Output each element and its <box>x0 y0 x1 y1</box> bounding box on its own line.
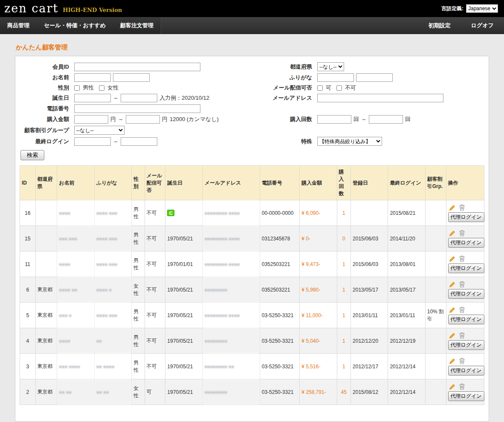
mail-ng-checkbox[interactable] <box>336 85 342 91</box>
amount-from-input[interactable] <box>74 115 108 124</box>
delete-trash-icon[interactable] <box>459 255 465 262</box>
delete-trash-icon[interactable] <box>459 230 465 237</box>
column-header: メール配信可否 <box>145 166 165 200</box>
furigana-last-input[interactable] <box>317 73 354 82</box>
language-select[interactable]: Japanese <box>466 4 498 13</box>
special-filter-select[interactable]: 【特殊商品絞り込み】 <box>317 137 382 146</box>
column-header: 最終ログイン <box>388 166 425 200</box>
id-cell: 5 <box>20 303 36 328</box>
birthday-cell: C <box>165 200 203 226</box>
phone-cell: 03-5250-3321 <box>260 328 299 354</box>
email-cell: ■■■■■■■■ <box>203 328 260 354</box>
amount-cell: ¥ 0- <box>300 226 337 251</box>
gender-cell: 女性 <box>132 277 145 303</box>
name-last-input[interactable] <box>74 73 111 82</box>
proxy-login-button[interactable]: 代理ログイン <box>448 263 484 273</box>
proxy-login-button[interactable]: 代理ログイン <box>448 315 484 324</box>
edit-pencil-icon[interactable] <box>449 230 456 237</box>
edit-pencil-icon[interactable] <box>449 255 456 262</box>
proxy-login-button[interactable]: 代理ログイン <box>448 366 484 376</box>
discount-grp-cell <box>425 328 446 354</box>
furigana-first-input[interactable] <box>356 73 393 82</box>
birthday-from-input[interactable] <box>74 94 111 102</box>
delete-trash-icon[interactable] <box>459 281 465 288</box>
calendar-badge-icon[interactable]: C <box>167 210 174 216</box>
amount-to-input[interactable] <box>126 115 160 124</box>
id-cell: 2 <box>20 379 36 405</box>
last-login-to-input[interactable] <box>121 137 157 146</box>
search-button[interactable]: 検索 <box>20 150 44 160</box>
discount-grp-cell <box>425 200 446 226</box>
delete-trash-icon[interactable] <box>459 332 465 339</box>
gender-cell: 女性 <box>132 379 145 405</box>
discount-grp-cell <box>425 251 446 277</box>
mail-ok-label: 可 <box>326 84 331 92</box>
content-area: かんたん顧客管理 会員ID 都道府県 --なし-- お名前 ふりがな <box>0 34 504 422</box>
gender-cell: 男性 <box>132 251 145 277</box>
count-from-input[interactable] <box>317 115 351 124</box>
proxy-login-button[interactable]: 代理ログイン <box>448 340 484 350</box>
furigana-cell: ■■■■ ■■■ <box>94 251 131 277</box>
proxy-login-button[interactable]: 代理ログイン <box>448 238 484 248</box>
mail-ok-checkbox[interactable] <box>317 85 323 91</box>
phone-input[interactable] <box>74 104 200 113</box>
nav-item-customer-orders[interactable]: 顧客注文管理 <box>113 17 161 34</box>
discount-grp-cell <box>425 277 446 303</box>
page-title: かんたん顧客管理 <box>16 43 489 52</box>
birthday-cell: 1970/05/21 <box>165 277 203 303</box>
nav-item-sale[interactable]: セール・特価・おすすめ <box>37 17 113 34</box>
last-login-cell: 2012/12/14 <box>388 354 425 379</box>
delete-trash-icon[interactable] <box>459 358 465 364</box>
column-header: お名前 <box>57 166 94 200</box>
operations-cell: 代理ログイン <box>446 354 484 379</box>
delete-trash-icon[interactable] <box>459 306 465 313</box>
nav-item-logoff[interactable]: ログオフ <box>461 17 504 34</box>
discount-group-select[interactable]: --なし-- <box>74 126 125 135</box>
logo-subtitle: HIGH-END Version <box>63 4 122 13</box>
count-cell: 1 <box>337 277 351 303</box>
email-input[interactable] <box>317 94 443 102</box>
count-to-input[interactable] <box>369 115 403 124</box>
edit-pencil-icon[interactable] <box>449 281 456 288</box>
phone-label: 電話番号 <box>20 105 74 113</box>
gender-cell: 男性 <box>132 328 145 354</box>
special-label: 特殊 <box>262 138 317 145</box>
proxy-login-button[interactable]: 代理ログイン <box>448 391 484 401</box>
edit-pencil-icon[interactable] <box>449 204 456 211</box>
proxy-login-button[interactable]: 代理ログイン <box>448 289 484 299</box>
last-login-from-input[interactable] <box>74 137 111 146</box>
furigana-cell: ■■■■ ■■■ <box>94 226 131 251</box>
member-id-input[interactable] <box>74 63 200 71</box>
gender-label: 性別 <box>20 84 74 92</box>
name-first-input[interactable] <box>113 73 150 82</box>
edit-pencil-icon[interactable] <box>449 358 456 364</box>
gender-female-checkbox[interactable] <box>99 85 104 91</box>
gender-male-checkbox[interactable] <box>74 85 80 91</box>
delete-trash-icon[interactable] <box>459 204 465 211</box>
mail-permission-label: メール配信可否 <box>262 84 317 92</box>
nav-item-products[interactable]: 商品管理 <box>0 17 37 34</box>
language-label: 言語定義: <box>441 5 463 12</box>
email-cell: ■■■■■■■■ ■■■■ <box>203 303 260 328</box>
table-row: 16■■■■■■■■ ■■■男性不可C■■■■■■■■ ■■■■00-0000-… <box>20 200 484 226</box>
edit-pencil-icon[interactable] <box>449 332 456 339</box>
edit-pencil-icon[interactable] <box>449 306 456 313</box>
member-id-label: 会員ID <box>20 63 74 71</box>
edit-pencil-icon[interactable] <box>449 383 456 390</box>
purchase-count-label: 購入回数 <box>262 116 317 123</box>
nav-item-initial-settings[interactable]: 初期設定 <box>418 17 461 34</box>
table-row: 2東京都■■ ■■■■ ■■女性可1970/05/21■■■■■■■■03-52… <box>20 379 484 405</box>
gender-cell: 男性 <box>132 354 145 379</box>
table-row: 3東京都■■■ ■■■■■■ ■■■■男性不可1970/05/21■■■■■■■… <box>20 354 484 379</box>
last-login-cell: 2015/08/21 <box>388 200 425 226</box>
proxy-login-button[interactable]: 代理ログイン <box>448 212 484 222</box>
count-cell: 0 <box>337 226 351 251</box>
pref-select[interactable]: --なし-- <box>317 62 344 71</box>
discount-grp-cell <box>425 379 446 405</box>
birthday-cell: 1970/05/21 <box>165 226 203 251</box>
main-nav: 商品管理 セール・特価・おすすめ 顧客注文管理 初期設定 ログオフ <box>0 17 504 34</box>
delete-trash-icon[interactable] <box>459 383 465 390</box>
id-cell: 15 <box>20 226 36 251</box>
birthday-label: 誕生日 <box>20 94 74 102</box>
birthday-to-input[interactable] <box>121 94 157 102</box>
